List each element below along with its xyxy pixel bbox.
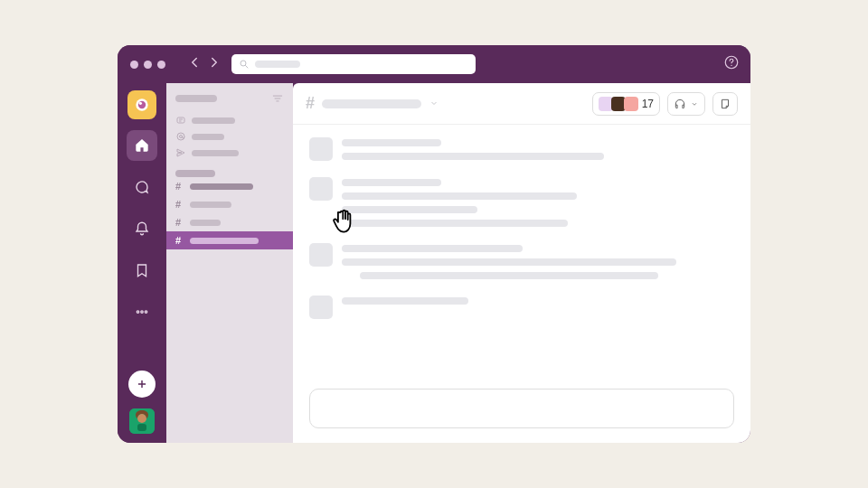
channels-heading[interactable] <box>166 170 293 177</box>
channel-item[interactable]: # <box>166 195 293 213</box>
user-avatar[interactable] <box>129 408 155 434</box>
svg-point-14 <box>177 133 184 140</box>
avatar <box>309 137 333 161</box>
channel-hash-icon: # <box>306 94 315 113</box>
main-pane: # 17 <box>293 83 750 443</box>
message[interactable] <box>309 137 734 161</box>
back-button[interactable] <box>186 54 203 74</box>
member-avatar <box>624 97 638 111</box>
message[interactable] <box>309 177 734 227</box>
message[interactable] <box>309 296 734 319</box>
channel-item[interactable]: # <box>166 213 293 231</box>
nav-rail <box>118 83 166 443</box>
channel-sidebar: # # # # <box>166 83 293 443</box>
avatar <box>309 177 333 201</box>
sidebar-mentions[interactable] <box>166 128 293 145</box>
members-button[interactable]: 17 <box>592 92 660 116</box>
sidebar-drafts[interactable] <box>166 145 293 161</box>
headphones-icon <box>674 98 686 110</box>
svg-point-15 <box>180 136 183 138</box>
app-window: # # # # # 17 <box>118 45 750 443</box>
rail-home[interactable] <box>127 130 157 161</box>
svg-rect-12 <box>137 424 146 431</box>
note-icon <box>719 98 731 110</box>
avatar <box>309 243 333 267</box>
canvas-button[interactable] <box>712 92 738 116</box>
help-button[interactable] <box>723 54 740 74</box>
filter-icon[interactable] <box>271 92 284 105</box>
channel-header: # 17 <box>293 83 750 125</box>
svg-point-0 <box>241 61 246 66</box>
svg-point-7 <box>141 311 143 313</box>
svg-point-5 <box>139 102 142 105</box>
workspace-switcher[interactable] <box>127 90 156 119</box>
history-nav <box>186 54 222 74</box>
chevron-down-icon <box>690 99 699 108</box>
chevron-down-icon[interactable] <box>429 96 439 112</box>
rail-dms[interactable] <box>127 172 157 202</box>
svg-point-4 <box>138 101 146 108</box>
svg-point-10 <box>137 414 146 423</box>
search-icon <box>239 59 250 70</box>
rail-later[interactable] <box>127 255 157 286</box>
rail-more[interactable] <box>127 296 157 327</box>
window-controls[interactable] <box>128 61 174 69</box>
message-list[interactable] <box>293 125 750 381</box>
channel-item[interactable]: # <box>166 177 293 195</box>
svg-point-6 <box>137 311 138 313</box>
forward-button[interactable] <box>206 54 222 74</box>
workspace-name[interactable] <box>166 89 293 112</box>
compose-button[interactable] <box>128 371 156 398</box>
search-placeholder-ghost <box>255 61 300 68</box>
rail-activity[interactable] <box>127 213 157 244</box>
member-count: 17 <box>642 98 654 110</box>
composer-area <box>293 381 750 443</box>
channel-item-active[interactable]: # <box>166 231 293 249</box>
message-composer[interactable] <box>309 389 734 428</box>
message[interactable] <box>309 243 734 279</box>
svg-point-2 <box>731 65 731 66</box>
sidebar-threads[interactable] <box>166 112 293 128</box>
svg-point-8 <box>145 311 146 313</box>
titlebar <box>118 45 750 83</box>
svg-rect-13 <box>177 117 184 123</box>
channel-name[interactable] <box>322 99 421 108</box>
search-input[interactable] <box>231 54 476 74</box>
huddle-button[interactable] <box>667 92 705 116</box>
avatar <box>309 296 333 319</box>
